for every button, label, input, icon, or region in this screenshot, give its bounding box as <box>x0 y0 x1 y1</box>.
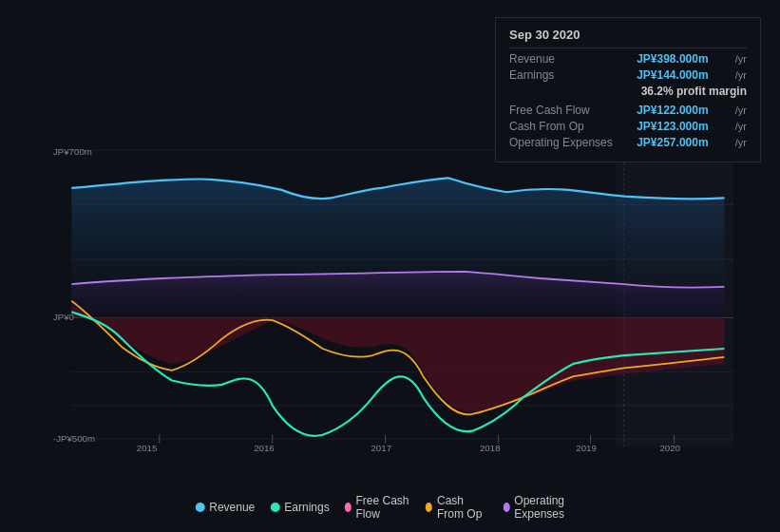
tooltip-cfo-value: JP¥123.000m <box>637 120 708 133</box>
chart-svg: JP¥700m JP¥0 -JP¥500m 2015 2016 2017 201… <box>0 138 780 489</box>
legend-label-opex: Operating Expenses <box>514 494 584 521</box>
tooltip-revenue-unit: /yr <box>735 53 747 65</box>
y-label-700: JP¥700m <box>53 146 92 157</box>
y-label-neg500: -JP¥500m <box>53 433 95 444</box>
tooltip-revenue-value: JP¥398.000m <box>637 52 708 66</box>
opex-dot <box>503 503 509 512</box>
tooltip-revenue-label: Revenue <box>509 52 614 66</box>
tooltip-opex-unit: /yr <box>735 137 747 148</box>
tooltip-cfo-unit: /yr <box>735 121 747 132</box>
x-label-2019: 2019 <box>576 443 597 453</box>
legend-label-revenue: Revenue <box>209 501 255 514</box>
tooltip-fcf-unit: /yr <box>735 104 747 116</box>
legend-item-revenue[interactable]: Revenue <box>195 501 255 514</box>
tooltip-earnings-value: JP¥144.000m <box>637 68 708 82</box>
earnings-dot <box>270 503 279 512</box>
legend-label-cfo: Cash From Op <box>437 494 488 521</box>
tooltip-margin-row: 36.2% profit margin <box>509 85 747 101</box>
tooltip-fcf-value: JP¥122.000m <box>637 104 708 117</box>
tooltip-date: Sep 30 2020 <box>509 28 747 42</box>
tooltip-margin-value: 36.2% profit margin <box>641 85 747 98</box>
x-label-2017: 2017 <box>371 443 391 453</box>
tooltip-earnings-row: Earnings JP¥144.000m /yr <box>509 68 747 82</box>
x-label-2018: 2018 <box>480 443 501 453</box>
legend-label-earnings: Earnings <box>284 501 329 514</box>
tooltip-fcf-row: Free Cash Flow JP¥122.000m /yr <box>509 104 747 117</box>
legend-item-fcf[interactable]: Free Cash Flow <box>345 494 411 521</box>
x-label-2015: 2015 <box>137 443 158 453</box>
tooltip-cfo-row: Cash From Op JP¥123.000m /yr <box>509 120 747 133</box>
tooltip-opex-label: Operating Expenses <box>509 136 614 149</box>
x-label-2016: 2016 <box>254 443 275 453</box>
tooltip-earnings-unit: /yr <box>735 69 747 81</box>
y-label-0: JP¥0 <box>53 312 75 322</box>
fcf-dot <box>345 503 352 512</box>
revenue-dot <box>195 503 204 512</box>
legend-label-fcf: Free Cash Flow <box>355 494 410 521</box>
tooltip-opex-row: Operating Expenses JP¥257.000m /yr <box>509 136 747 149</box>
tooltip-cfo-label: Cash From Op <box>509 120 614 133</box>
legend-item-opex[interactable]: Operating Expenses <box>503 494 584 521</box>
legend-item-cfo[interactable]: Cash From Op <box>426 494 487 521</box>
tooltip-opex-value: JP¥257.000m <box>637 136 708 149</box>
legend-item-earnings[interactable]: Earnings <box>270 501 329 514</box>
tooltip-earnings-label: Earnings <box>509 68 614 82</box>
tooltip-fcf-label: Free Cash Flow <box>509 104 614 117</box>
chart-legend: Revenue Earnings Free Cash Flow Cash Fro… <box>195 494 585 521</box>
tooltip-revenue-row: Revenue JP¥398.000m /yr <box>509 52 747 66</box>
x-label-2020: 2020 <box>659 443 680 453</box>
cfo-dot <box>426 503 432 512</box>
tooltip-panel: Sep 30 2020 Revenue JP¥398.000m /yr Earn… <box>495 17 761 162</box>
